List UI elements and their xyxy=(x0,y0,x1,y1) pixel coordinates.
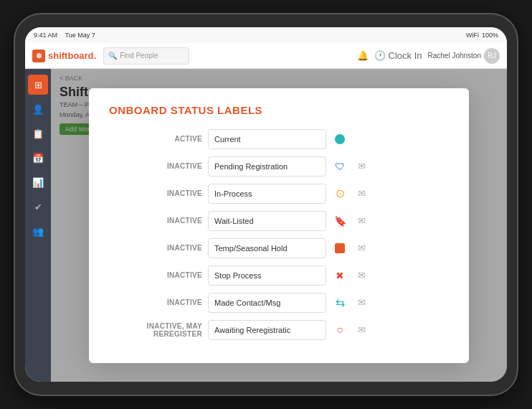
logo-icon: ⊛ xyxy=(32,50,45,62)
status-input-inprocess[interactable] xyxy=(208,184,326,204)
sidebar-item-group[interactable]: 👥 xyxy=(28,221,48,241)
shield-icon: 🛡 xyxy=(332,159,348,174)
top-nav: ⊛ shiftboard. 🔍 Find People 🔔 🕐 Clock In… xyxy=(25,43,507,69)
envelope-icon-4[interactable]: ✉ xyxy=(353,240,369,256)
search-icon: 🔍 xyxy=(108,52,117,60)
sidebar-item-people[interactable]: 👤 xyxy=(28,99,48,119)
envelope-icon-6[interactable]: ✉ xyxy=(353,295,369,311)
logo-text: shiftboard. xyxy=(48,50,96,61)
orange-square-icon xyxy=(332,240,348,256)
envelope-icon-7[interactable]: ✉ xyxy=(353,322,369,338)
status-label-active: ACTIVE xyxy=(109,135,202,143)
battery-display: 100% xyxy=(482,32,498,39)
status-input-waitlisted[interactable] xyxy=(208,211,326,231)
modal-title: ONBOARD STATUS LABELS xyxy=(109,104,449,116)
status-label-inactive-2: INACTIVE xyxy=(109,189,202,197)
x-mark-icon: ✖ xyxy=(332,268,348,283)
status-input-stop[interactable] xyxy=(208,265,326,286)
sidebar-item-calendar[interactable]: 📅 xyxy=(28,148,48,168)
status-label-inactive-5: INACTIVE xyxy=(109,271,202,279)
teal-dot-icon xyxy=(332,131,348,147)
envelope-icon-5[interactable]: ✉ xyxy=(353,268,369,283)
status-label-inactive-1: INACTIVE xyxy=(109,162,202,170)
status-bar: 9:41 AM Tue May 7 WiFi 100% xyxy=(25,27,507,43)
status-row-reregister: INACTIVE, MAY REREGISTER ○ ✉ xyxy=(109,320,449,340)
envelope-icon-3[interactable]: ✉ xyxy=(353,213,369,229)
user-info: Rachel Johnston RJ xyxy=(428,48,500,64)
page-content: < BACK Shift TEAM – PR Monday, Au... | 8… xyxy=(51,69,507,382)
sidebar-item-check[interactable]: ✔ xyxy=(28,197,48,217)
status-input-pending[interactable] xyxy=(208,156,326,177)
status-input-contact[interactable] xyxy=(208,293,326,313)
status-label-inactive-3: INACTIVE xyxy=(109,217,202,225)
sidebar-item-home[interactable]: ⊞ xyxy=(28,75,48,95)
circle-half-icon: ⊙ xyxy=(332,186,348,202)
status-label-inactive-4: INACTIVE xyxy=(109,244,202,252)
status-row-active: ACTIVE xyxy=(109,129,449,149)
circle-outline-icon: ○ xyxy=(332,322,348,338)
search-placeholder: Find People xyxy=(120,52,158,60)
status-bar-right: WiFi 100% xyxy=(466,32,498,39)
sidebar-item-reports[interactable]: 📊 xyxy=(28,172,48,192)
status-row-waitlisted: INACTIVE 🔖 ✉ xyxy=(109,211,449,231)
modal-overlay: ONBOARD STATUS LABELS ACTIVE INACTIVE xyxy=(51,69,507,382)
onboard-status-modal: ONBOARD STATUS LABELS ACTIVE INACTIVE xyxy=(89,88,469,363)
date-display: Tue May 7 xyxy=(65,32,95,39)
sidebar: ⊞ 👤 📋 📅 📊 ✔ 👥 xyxy=(25,69,51,382)
sidebar-item-shifts[interactable]: 📋 xyxy=(28,123,48,144)
bookmark-icon: 🔖 xyxy=(332,213,348,229)
time-display: 9:41 AM xyxy=(34,32,57,39)
user-name: Rachel Johnston xyxy=(428,52,482,60)
ipad-frame: 9:41 AM Tue May 7 WiFi 100% ⊛ shiftboard… xyxy=(15,14,517,395)
status-row-temp-seasonal: INACTIVE ✉ xyxy=(109,238,449,258)
wifi-icon: WiFi xyxy=(466,32,479,39)
search-bar[interactable]: 🔍 Find People xyxy=(103,47,189,65)
status-row-contact: INACTIVE ⇆ ✉ xyxy=(109,293,449,313)
status-label-inactive-6: INACTIVE xyxy=(109,298,202,306)
status-row-pending: INACTIVE 🛡 ✉ xyxy=(109,156,449,177)
arrow-icon: ⇆ xyxy=(332,295,348,311)
nav-icons: 🔔 🕐 Clock In Rachel Johnston RJ xyxy=(357,48,500,64)
status-bar-left: 9:41 AM Tue May 7 xyxy=(34,32,95,39)
ipad-screen: 9:41 AM Tue May 7 WiFi 100% ⊛ shiftboard… xyxy=(25,27,507,382)
status-label-inactive-may-reregister: INACTIVE, MAY REREGISTER xyxy=(109,322,202,338)
status-row-inprocess: INACTIVE ⊙ ✉ xyxy=(109,184,449,204)
user-avatar: RJ xyxy=(484,48,500,64)
status-input-current[interactable] xyxy=(208,129,326,149)
main-content: ⊞ 👤 📋 📅 📊 ✔ 👥 < BACK Shift TEAM – PR Mon… xyxy=(25,69,507,382)
clock-in-btn[interactable]: 🕐 Clock In xyxy=(374,50,422,61)
status-input-temp-seasonal[interactable] xyxy=(208,238,326,258)
status-input-awaiting[interactable] xyxy=(208,320,326,340)
envelope-icon-1[interactable]: ✉ xyxy=(353,159,369,174)
shiftboard-logo: ⊛ shiftboard. xyxy=(32,50,96,62)
envelope-icon-2[interactable]: ✉ xyxy=(353,186,369,202)
status-row-stop: INACTIVE ✖ ✉ xyxy=(109,265,449,286)
bell-icon[interactable]: 🔔 xyxy=(357,50,369,61)
